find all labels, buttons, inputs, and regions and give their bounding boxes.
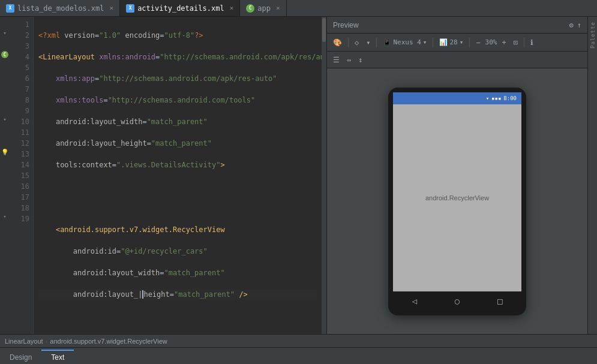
tab-lista-modelos[interactable]: X lista_de_modelos.xml × bbox=[0, 0, 120, 16]
gutter-row-10: ▾ bbox=[0, 114, 10, 125]
code-line-15 bbox=[38, 332, 317, 334]
code-line-1: <?xml version="1.0" encoding="utf-8"?> bbox=[38, 30, 317, 41]
editor-scrollbar[interactable] bbox=[322, 17, 326, 334]
gutter-icons: ▾ C ▾ 💡 bbox=[0, 17, 10, 334]
code-line-2: <LinearLayout xmlns:android="http://sche… bbox=[38, 52, 317, 62]
breadcrumb-item-2[interactable]: android.support.v7.widget.RecyclerView bbox=[50, 338, 167, 345]
tab-label-lista: lista_de_modelos.xml bbox=[17, 4, 104, 13]
chevron-down-icon[interactable]: ▾ bbox=[364, 37, 373, 48]
move-up-icon[interactable]: ↕ bbox=[356, 55, 365, 65]
gutter-row-13[interactable]: 💡 bbox=[0, 146, 10, 157]
device-label: Nexus 4 bbox=[393, 38, 421, 46]
tab-bar: X lista_de_modelos.xml × X activity_deta… bbox=[0, 0, 597, 17]
tab-text[interactable]: Text bbox=[41, 350, 74, 364]
breadcrumb-item-1[interactable]: LinearLayout bbox=[5, 338, 43, 345]
gutter-row-3 bbox=[0, 38, 10, 49]
recycler-label: android.RecyclerView bbox=[425, 194, 489, 201]
home-btn[interactable]: ○ bbox=[455, 296, 460, 306]
theme-btn[interactable]: 🎨 bbox=[331, 37, 344, 48]
phone-nav-bar: ◁ ○ □ bbox=[393, 291, 521, 311]
info-btn[interactable]: ℹ bbox=[528, 37, 536, 48]
shape-btn[interactable]: ◇ bbox=[352, 37, 361, 48]
fold-icon-19[interactable]: ▾ bbox=[3, 213, 6, 219]
app-icon: C bbox=[246, 4, 254, 13]
preview-phone-area: ▾ ▪▪▪ 8:00 android.RecyclerView ◁ ○ □ bbox=[327, 68, 587, 334]
tab-close-app[interactable]: × bbox=[276, 4, 280, 12]
api-chevron: ▾ bbox=[460, 38, 464, 46]
code-area: ▾ C ▾ 💡 bbox=[0, 17, 326, 334]
code-line-12: android:layout_width="match_parent" bbox=[38, 267, 317, 278]
code-line-4: xmlns:tools="http://schemas.android.com/… bbox=[38, 95, 317, 106]
tab-close-activity[interactable]: × bbox=[230, 4, 234, 12]
sep-3 bbox=[433, 38, 433, 47]
gutter-row-5 bbox=[0, 60, 10, 71]
api-icon: 📊 bbox=[439, 38, 448, 46]
wifi-icon: ▾ bbox=[486, 95, 489, 101]
list-icon[interactable]: ☰ bbox=[331, 55, 342, 65]
settings-icon[interactable]: ⚙ bbox=[569, 21, 574, 29]
signal-icon: ▪▪▪ bbox=[491, 95, 501, 101]
phone-screen: ▾ ▪▪▪ 8:00 android.RecyclerView bbox=[393, 92, 521, 291]
gutter-row-16 bbox=[0, 179, 10, 189]
gutter-row-2[interactable]: ▾ bbox=[0, 28, 10, 38]
phone-icon: 📱 bbox=[383, 38, 391, 46]
tab-activity-details[interactable]: X activity_details.xml × bbox=[120, 0, 240, 16]
code-line-14 bbox=[38, 311, 317, 321]
code-content[interactable]: <?xml version="1.0" encoding="utf-8"?> <… bbox=[34, 17, 322, 334]
gutter-row-17 bbox=[0, 189, 10, 200]
tab-label-activity: activity_details.xml bbox=[137, 4, 224, 13]
api-label: 28 bbox=[449, 38, 457, 46]
preview-toolbar-1: 🎨 ◇ ▾ 📱 Nexus 4 ▾ 📊 28 ▾ − 30% + ⊡ bbox=[327, 34, 587, 52]
bottom-tabs: Design Text bbox=[0, 347, 597, 364]
code-line-7: tools:context=".views.DetailsActivity"> bbox=[38, 160, 317, 170]
line-numbers: 12345 678910 1112131415 16171819 bbox=[10, 17, 34, 334]
code-line-8 bbox=[38, 181, 317, 192]
fit-btn[interactable]: ⊡ bbox=[511, 37, 520, 48]
zoom-in-btn[interactable]: + bbox=[499, 37, 508, 48]
zoom-out-btn[interactable]: − bbox=[473, 37, 482, 48]
sep-4 bbox=[469, 38, 470, 47]
code-line-3: xmlns:app="http://schemas.android.com/ap… bbox=[38, 73, 317, 84]
tab-app[interactable]: C app × bbox=[240, 0, 286, 16]
tab-design[interactable]: Design bbox=[0, 350, 41, 364]
phone-status-bar: ▾ ▪▪▪ 8:00 bbox=[393, 92, 521, 104]
recents-btn[interactable]: □ bbox=[497, 296, 502, 306]
c-indicator: C bbox=[1, 51, 8, 58]
gutter-row-15 bbox=[0, 168, 10, 179]
palette-strip: Palette bbox=[587, 17, 597, 334]
code-line-6: android:layout_height="match_parent" bbox=[38, 138, 317, 149]
gutter-row-7 bbox=[0, 82, 10, 92]
pin-icon[interactable]: ↑ bbox=[577, 21, 581, 29]
tab-close-lista[interactable]: × bbox=[110, 4, 114, 12]
preview-header-actions: ⚙ ↑ bbox=[569, 21, 581, 29]
phone-frame: ▾ ▪▪▪ 8:00 android.RecyclerView ◁ ○ □ bbox=[388, 88, 526, 315]
sep-1 bbox=[348, 38, 349, 47]
scroll-thumb[interactable] bbox=[322, 18, 326, 42]
layout-icon[interactable]: ⇔ bbox=[344, 55, 353, 65]
gutter-row-8 bbox=[0, 92, 10, 103]
bulb-icon[interactable]: 💡 bbox=[1, 149, 8, 155]
gutter-row-18 bbox=[0, 200, 10, 211]
device-chevron: ▾ bbox=[423, 38, 427, 46]
palette-label: Palette bbox=[590, 22, 596, 49]
code-editor: ▾ C ▾ 💡 bbox=[0, 17, 326, 334]
code-line-11: android:id="@+id/recycler_cars" bbox=[38, 246, 317, 257]
tab-label-app: app bbox=[257, 4, 271, 13]
device-selector[interactable]: 📱 Nexus 4 ▾ bbox=[380, 37, 429, 47]
status-time: 8:00 bbox=[503, 95, 517, 101]
status-bar: LinearLayout › android.support.v7.widget… bbox=[0, 334, 597, 347]
preview-panel: Preview ⚙ ↑ 🎨 ◇ ▾ 📱 Nexus 4 ▾ 📊 bbox=[326, 17, 587, 334]
gutter-row-11 bbox=[0, 125, 10, 136]
code-line-9 bbox=[38, 203, 317, 213]
preview-title: Preview bbox=[333, 21, 359, 29]
gutter-row-14 bbox=[0, 157, 10, 168]
gutter-row-19: ▾ bbox=[0, 211, 10, 222]
back-btn[interactable]: ◁ bbox=[412, 296, 416, 306]
api-selector[interactable]: 📊 28 ▾ bbox=[437, 37, 466, 47]
gutter-row-6 bbox=[0, 71, 10, 82]
fold-icon-2[interactable]: ▾ bbox=[3, 30, 6, 36]
code-line-5: android:layout_width="match_parent" bbox=[38, 116, 317, 127]
xml-icon-2: X bbox=[126, 4, 134, 13]
breadcrumb-sep: › bbox=[46, 338, 48, 345]
fold-icon-10[interactable]: ▾ bbox=[3, 116, 6, 122]
